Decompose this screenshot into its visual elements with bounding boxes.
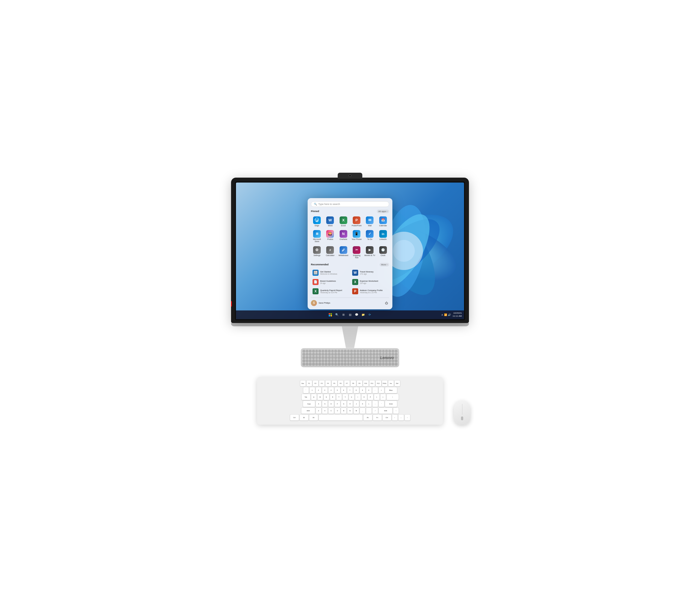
key-u[interactable]: U (349, 394, 354, 400)
key-up[interactable]: ↑ (393, 408, 399, 414)
key-quote[interactable]: ' (379, 401, 384, 407)
key-capslock[interactable]: Caps (303, 401, 315, 407)
taskbar-teams[interactable]: 💬 (354, 312, 359, 317)
key-5[interactable]: 5 (335, 387, 340, 393)
key-1[interactable]: 1 (309, 387, 315, 393)
key-s[interactable]: S (322, 401, 328, 407)
key-f6[interactable]: F6 (338, 381, 344, 386)
key-period[interactable]: . (366, 408, 372, 414)
key-v[interactable]: V (335, 408, 340, 414)
key-o[interactable]: O (361, 394, 367, 400)
key-q[interactable]: Q (311, 394, 317, 400)
key-p[interactable]: P (368, 394, 373, 400)
key-backslash[interactable]: \ (386, 394, 399, 400)
key-del[interactable]: Del (395, 381, 400, 386)
app-onenote[interactable]: N OneNote (338, 229, 349, 244)
volume-icon[interactable]: 🔊 (448, 313, 451, 316)
key-t[interactable]: T (336, 394, 342, 400)
mouse[interactable] (454, 401, 470, 425)
chevron-up-icon[interactable]: ∧ (441, 313, 443, 316)
key-m[interactable]: M (354, 408, 359, 414)
key-w[interactable]: W (318, 394, 323, 400)
key-prtsc[interactable]: PrtSc (382, 381, 388, 386)
key-slash[interactable]: / (372, 408, 378, 414)
key-9[interactable]: 9 (360, 387, 365, 393)
app-edge[interactable]: Edge (311, 215, 323, 228)
app-store[interactable]: ⊞ Microsoft Store (311, 229, 323, 244)
taskbar-clock[interactable]: 10/20/21 11:11 AM (453, 312, 462, 317)
key-c[interactable]: C (328, 408, 334, 414)
key-ins[interactable]: Ins (388, 381, 394, 386)
taskbar-widgets[interactable]: ▤ (348, 312, 352, 317)
app-powerpoint[interactable]: P PowerPoint (351, 215, 362, 228)
app-phone[interactable]: 📱 Your Phone (351, 229, 362, 244)
key-down[interactable]: ↓ (398, 415, 404, 421)
key-tab[interactable]: Tab (302, 394, 310, 400)
rec-get-started[interactable]: 🪟 Get Started Welcome to Windows (311, 269, 349, 277)
key-f8[interactable]: F8 (351, 381, 356, 386)
key-k[interactable]: K (360, 401, 365, 407)
more-button[interactable]: More › (379, 263, 389, 266)
taskbar-edge[interactable]: ⟳ (367, 312, 372, 317)
key-lshift[interactable]: Shift (301, 408, 315, 414)
app-clock[interactable]: 🕐 Clock (377, 245, 389, 260)
key-backtick[interactable]: ` (303, 387, 309, 393)
search-bar[interactable]: 🔍 Type here to search (311, 201, 389, 207)
key-backspace[interactable]: Bksp (385, 387, 397, 393)
key-alt[interactable]: Alt (309, 415, 318, 421)
rec-adatum[interactable]: P Adatum Company Profile Yesterday at 1:… (351, 287, 389, 295)
taskbar-explorer[interactable]: 📁 (361, 312, 366, 317)
key-6[interactable]: 6 (341, 387, 346, 393)
app-calculator[interactable]: # Calculator (324, 245, 336, 260)
taskbar-task-view[interactable]: ⊞ (341, 312, 346, 317)
key-7[interactable]: 7 (347, 387, 353, 393)
key-win[interactable]: ⊞ (300, 415, 308, 421)
key-f9[interactable]: F9 (357, 381, 362, 386)
wifi-icon[interactable]: 📶 (444, 313, 447, 316)
rec-expense[interactable]: X Expense Worksheet 12h ago (351, 278, 389, 286)
key-8[interactable]: 8 (354, 387, 359, 393)
key-minus[interactable]: - (372, 387, 378, 393)
search-input[interactable]: Type here to search (318, 203, 386, 206)
key-4[interactable]: 4 (328, 387, 334, 393)
app-linkedin[interactable]: in LinkedIn (377, 229, 389, 244)
key-f4[interactable]: F4 (325, 381, 331, 386)
rec-travel[interactable]: W Travel Itinerary 17m ago (351, 269, 389, 277)
app-movies[interactable]: ▶ Movies & TV (364, 245, 376, 260)
key-z[interactable]: Z (316, 408, 321, 414)
key-fn[interactable]: Fn (373, 415, 382, 421)
key-h[interactable]: H (347, 401, 353, 407)
key-f10[interactable]: F10 (363, 381, 369, 386)
key-left[interactable]: ← (392, 415, 398, 421)
key-comma[interactable]: , (360, 408, 365, 414)
key-d[interactable]: D (328, 401, 334, 407)
start-button[interactable] (328, 312, 333, 317)
key-2[interactable]: 2 (316, 387, 321, 393)
key-f7[interactable]: F7 (344, 381, 350, 386)
key-a[interactable]: A (316, 401, 321, 407)
taskbar-search[interactable]: 🔍 (334, 312, 339, 317)
app-photos[interactable]: 🌄 Photos (324, 229, 336, 244)
key-3[interactable]: 3 (322, 387, 328, 393)
key-esc[interactable]: Esc (300, 381, 306, 386)
key-n[interactable]: N (347, 408, 353, 414)
key-rshift[interactable]: Shift (379, 408, 392, 414)
key-r[interactable]: R (330, 394, 335, 400)
key-semicolon[interactable]: ; (372, 401, 378, 407)
key-right[interactable]: → (405, 415, 410, 421)
app-snipping[interactable]: ✂ Snipping Tool (351, 245, 362, 260)
app-word[interactable]: W Word (324, 215, 336, 228)
key-enter[interactable]: Enter (385, 401, 397, 407)
key-l[interactable]: L (366, 401, 372, 407)
app-whiteboard[interactable]: 🖊 Whiteboard (338, 245, 349, 260)
key-space[interactable] (319, 415, 362, 421)
key-f12[interactable]: F12 (376, 381, 381, 386)
key-rctrl[interactable]: Ctrl (382, 415, 391, 421)
app-todo[interactable]: ✓ To Do (364, 229, 376, 244)
key-f1[interactable]: F1 (306, 381, 312, 386)
key-x[interactable]: X (322, 408, 328, 414)
mouse-scroll-wheel[interactable] (461, 416, 463, 420)
key-f2[interactable]: F2 (313, 381, 318, 386)
app-excel[interactable]: X Excel (338, 215, 349, 228)
key-f11[interactable]: F11 (369, 381, 375, 386)
